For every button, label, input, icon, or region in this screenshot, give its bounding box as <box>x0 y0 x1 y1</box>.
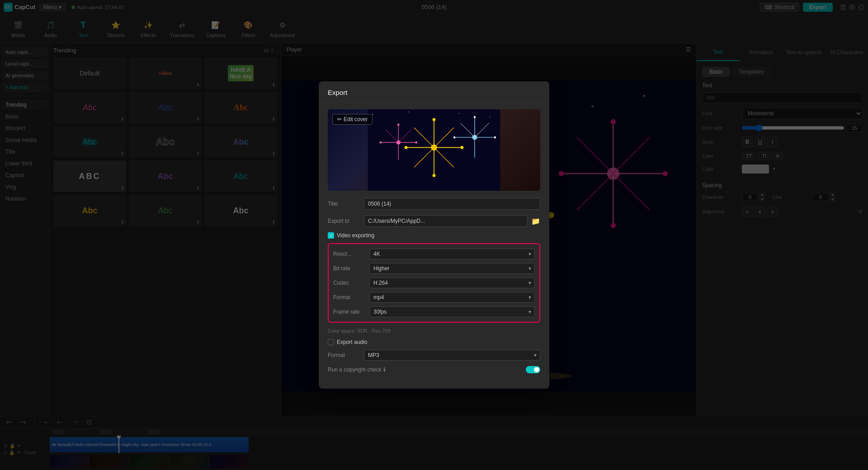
framerate-select[interactable]: 30fps 24fps 60fps <box>369 306 535 317</box>
export-to-field: Export to 📁 <box>328 215 540 227</box>
svg-point-75 <box>461 146 464 149</box>
svg-point-76 <box>433 174 436 177</box>
title-field-label: Title <box>328 201 364 207</box>
resolution-row: Resol... 4K 1080p 720p <box>333 249 535 259</box>
svg-point-85 <box>397 124 400 126</box>
svg-point-87 <box>380 141 382 144</box>
svg-point-63 <box>459 113 460 114</box>
bitrate-select-wrapper: Higher High Medium Low <box>369 263 535 274</box>
video-export-header: ✓ Video exporting <box>328 232 540 239</box>
bitrate-row: Bit rate Higher High Medium Low <box>333 263 535 274</box>
export-path-input[interactable] <box>364 215 528 227</box>
export-audio-checkbox[interactable] <box>328 339 334 345</box>
export-modal: Export <box>319 81 549 389</box>
toggle-knob <box>534 367 539 372</box>
svg-point-74 <box>433 118 436 121</box>
framerate-select-wrapper: 30fps 24fps 60fps <box>369 306 535 317</box>
video-settings-box: Resol... 4K 1080p 720p Bit rate Higher <box>328 243 540 323</box>
svg-point-86 <box>415 141 417 144</box>
svg-point-62 <box>408 112 409 113</box>
bitrate-select[interactable]: Higher High Medium Low <box>369 263 535 274</box>
audio-format-wrapper: MP3 AAC WAV <box>364 350 540 361</box>
codec-label: Codec <box>333 280 369 286</box>
edit-cover-button[interactable]: ✏ Edit cover <box>332 114 373 125</box>
copyright-row: Run a copyright check ℹ <box>328 366 540 373</box>
copyright-toggle[interactable] <box>526 366 540 373</box>
audio-format-row: Format MP3 AAC WAV <box>328 350 540 361</box>
resolution-select[interactable]: 4K 1080p 720p <box>369 249 535 259</box>
resolution-select-wrapper: 4K 1080p 720p <box>369 249 535 259</box>
codec-select-wrapper: H.264 H.265 <box>369 277 535 288</box>
audio-format-select[interactable]: MP3 AAC WAV <box>364 350 540 361</box>
bitrate-label: Bit rate <box>333 265 369 272</box>
codec-select[interactable]: H.264 H.265 <box>369 277 535 288</box>
video-export-checkbox[interactable]: ✓ <box>328 232 334 239</box>
svg-point-95 <box>474 116 476 118</box>
edit-icon: ✏ <box>337 116 342 122</box>
format-select[interactable]: mp4 mov avi <box>369 292 535 303</box>
title-field: Title <box>328 198 540 210</box>
export-audio-label: Export audio <box>337 339 367 345</box>
framerate-row: Frame rate 30fps 24fps 60fps <box>333 306 535 317</box>
export-audio-header: Export audio <box>328 339 540 345</box>
copyright-label: Run a copyright check ℹ <box>328 367 386 373</box>
video-export-label: Video exporting <box>337 232 374 239</box>
svg-point-96 <box>494 136 496 139</box>
format-row: Format mp4 mov avi <box>333 292 535 303</box>
svg-point-97 <box>453 136 456 139</box>
format-label: Format <box>333 294 369 301</box>
export-to-row: 📁 <box>364 215 540 227</box>
modal-header: Export <box>319 81 549 102</box>
export-to-label: Export to <box>328 218 364 224</box>
modal-cover-preview: ✏ Edit cover <box>328 109 540 191</box>
format-select-wrapper: mp4 mov avi <box>369 292 535 303</box>
audio-format-label: Format <box>328 352 364 358</box>
title-input[interactable] <box>364 198 540 210</box>
codec-row: Codec H.264 H.265 <box>333 277 535 288</box>
color-space-text: Color space: SDR - Rec.709 <box>328 328 540 334</box>
copyright-info-icon[interactable]: ℹ <box>383 367 386 373</box>
modal-footer: 🖥 Duration: 18s | Size: 77 MB (estimated… <box>319 388 549 389</box>
svg-point-77 <box>405 146 408 149</box>
svg-point-61 <box>373 114 373 115</box>
folder-browse-button[interactable]: 📁 <box>531 217 540 226</box>
framerate-label: Frame rate <box>333 309 369 315</box>
modal-body: ✏ Edit cover Title Export to 📁 ✓ V <box>319 102 549 388</box>
svg-point-64 <box>490 117 491 118</box>
resolution-label: Resol... <box>333 251 369 257</box>
modal-overlay: Export <box>0 0 868 470</box>
